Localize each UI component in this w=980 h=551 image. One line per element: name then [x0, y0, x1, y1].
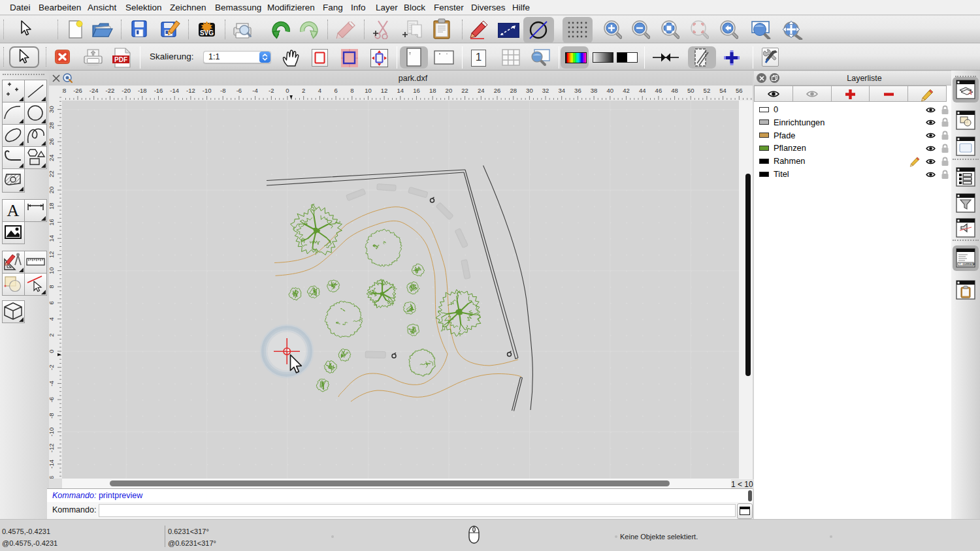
svg-text:-26: -26: [73, 87, 82, 94]
svg-text:22: 22: [49, 170, 55, 178]
svg-text:-10: -10: [203, 87, 212, 94]
svg-text:6: 6: [49, 301, 55, 304]
svg-text:10: 10: [49, 267, 55, 274]
svg-text:54: 54: [719, 87, 727, 94]
svg-text:24: 24: [478, 87, 485, 94]
svg-text:< command: < command: [959, 262, 975, 266]
svg-text:-8: -8: [220, 87, 225, 94]
svg-text:-10: -10: [49, 428, 55, 437]
svg-text:16: 16: [413, 87, 420, 94]
svg-text:2: 2: [302, 87, 305, 94]
svg-text:52: 52: [704, 87, 711, 94]
svg-text:20: 20: [446, 87, 453, 94]
svg-text:46: 46: [655, 87, 662, 94]
svg-text:4: 4: [318, 87, 321, 94]
svg-text:8: 8: [350, 87, 353, 94]
svg-text:-24: -24: [90, 87, 99, 94]
svg-text:24: 24: [49, 154, 55, 161]
svg-text:-2: -2: [269, 87, 274, 94]
svg-text:-6: -6: [237, 87, 242, 94]
svg-text:4: 4: [49, 317, 55, 321]
svg-text:10: 10: [365, 87, 372, 94]
svg-text:-22: -22: [106, 87, 115, 94]
svg-text:SVG: SVG: [200, 29, 214, 37]
svg-text:18: 18: [429, 87, 436, 94]
svg-text:40: 40: [607, 87, 614, 94]
svg-text:56: 56: [736, 87, 743, 94]
svg-text:-14: -14: [49, 460, 55, 469]
svg-text:28: 28: [49, 122, 55, 129]
svg-text:26: 26: [494, 87, 501, 94]
svg-text:-14: -14: [170, 87, 179, 94]
svg-text:-6: -6: [49, 397, 55, 402]
svg-text:26: 26: [49, 138, 55, 146]
svg-text:A: A: [7, 201, 20, 220]
svg-text:0: 0: [49, 349, 55, 353]
svg-text:30: 30: [49, 106, 55, 113]
svg-text:14: 14: [49, 235, 55, 242]
svg-text:36: 36: [574, 87, 581, 94]
svg-text:6: 6: [334, 87, 337, 94]
svg-text:-8: -8: [49, 413, 55, 418]
svg-text:-4: -4: [252, 87, 257, 94]
svg-text:-28: -28: [62, 87, 66, 94]
svg-text:48: 48: [671, 87, 678, 94]
svg-text:34: 34: [558, 87, 565, 94]
svg-text:A: A: [968, 89, 972, 96]
svg-text:44: 44: [639, 87, 646, 94]
svg-text:-16: -16: [154, 87, 163, 94]
svg-text:-12: -12: [49, 443, 55, 452]
svg-text:38: 38: [591, 87, 598, 94]
svg-text:32: 32: [542, 87, 549, 94]
svg-text:22: 22: [461, 87, 468, 94]
svg-text:12: 12: [49, 251, 55, 259]
svg-text:-20: -20: [122, 87, 131, 94]
svg-text:PDF: PDF: [114, 56, 127, 63]
svg-text:28: 28: [510, 87, 517, 94]
svg-text:18: 18: [49, 203, 55, 210]
svg-text:50: 50: [687, 87, 694, 94]
svg-text:12: 12: [381, 87, 388, 94]
svg-text:2: 2: [49, 334, 55, 337]
svg-text:8: 8: [49, 285, 55, 289]
svg-text:42: 42: [623, 87, 630, 94]
svg-text:16: 16: [49, 219, 55, 226]
svg-text:20: 20: [49, 187, 55, 194]
svg-text:-12: -12: [186, 87, 195, 94]
svg-text:30: 30: [526, 87, 533, 94]
svg-text:0: 0: [286, 87, 289, 94]
svg-text:14: 14: [397, 87, 404, 94]
svg-text:-2: -2: [49, 364, 55, 370]
svg-text:-4: -4: [49, 381, 55, 386]
svg-text:-18: -18: [138, 87, 147, 94]
